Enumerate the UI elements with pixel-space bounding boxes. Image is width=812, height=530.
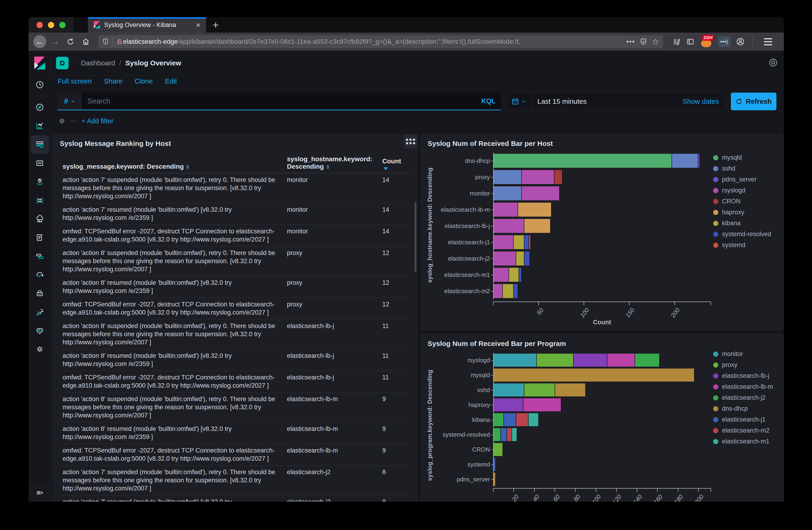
bar-segment-elasticsearch-lb-m[interactable]	[523, 398, 561, 411]
bar-segment-elasticsearch-j1[interactable]	[494, 458, 496, 471]
bar-segment-haproxy[interactable]	[518, 203, 552, 217]
share-link[interactable]: Share	[104, 77, 122, 85]
legend-item-CRON[interactable]: CRON	[713, 196, 780, 207]
library-icon[interactable]	[672, 37, 681, 46]
bar-segment-kibana[interactable]	[514, 235, 525, 249]
kibana-logo-cell[interactable]	[29, 51, 51, 75]
sidebar-item-management[interactable]	[29, 340, 51, 359]
column-header-hostname[interactable]: syslog_hostname.keyword: Descending	[287, 155, 373, 170]
bar-segment-sshd[interactable]	[672, 154, 698, 168]
sidebar-item-maps[interactable]	[29, 172, 51, 191]
sidebar-item-recently-viewed[interactable]	[29, 75, 51, 94]
minimize-window-button[interactable]	[48, 22, 54, 28]
sidebar-toggle-icon[interactable]	[686, 37, 695, 46]
sidebar-item-metrics[interactable]	[29, 210, 51, 228]
legend-item-kibana[interactable]: kibana	[713, 218, 780, 229]
legend-item-elasticsearch-lb-j[interactable]: elasticsearch-lb-j	[713, 370, 780, 381]
bar-segment-systemd-resolved[interactable]	[524, 252, 530, 266]
sidebar-item-apm[interactable]	[29, 247, 51, 266]
url-bar[interactable]: elasticsearch-edge/app/kibana#/dashboard…	[98, 35, 663, 48]
bar-segment-haproxy[interactable]	[524, 219, 551, 233]
column-header-message[interactable]: syslog_message.keyword: Descending	[62, 163, 278, 170]
bar-segment-elasticsearch-m2[interactable]	[516, 413, 528, 426]
bar-segment-elasticsearch-j1[interactable]	[501, 428, 507, 441]
clone-link[interactable]: Clone	[135, 77, 153, 85]
bar-segment-proxy[interactable]	[494, 443, 503, 456]
home-button[interactable]	[79, 35, 92, 48]
add-filter-link[interactable]: + Add filter	[82, 117, 114, 125]
time-range-value[interactable]: Last 15 minutes	[531, 93, 677, 110]
legend-item-elasticsearch-lb-m[interactable]: elasticsearch-lb-m	[713, 381, 780, 392]
bar-segment-rsyslogd[interactable]	[494, 203, 518, 217]
bar-segment-systemd[interactable]	[529, 235, 531, 249]
bar-segment-rsyslogd[interactable]	[494, 284, 503, 298]
legend-item-elasticsearch-m1[interactable]: elasticsearch-m1	[713, 436, 780, 447]
bar-segment-rsyslogd[interactable]	[522, 170, 554, 184]
back-button[interactable]: ←	[33, 35, 46, 48]
sidebar-item-visualize[interactable]	[29, 117, 51, 135]
column-header-count[interactable]: Count	[382, 158, 410, 170]
protections-shield-check-icon[interactable]	[640, 38, 647, 46]
legend-item-rsyslogd[interactable]: rsyslogd	[713, 185, 780, 196]
breadcrumb-dashboard[interactable]: Dashboard	[81, 59, 115, 67]
bar-segment-systemd-resolved[interactable]	[524, 235, 529, 249]
bar-segment-CRON[interactable]	[554, 170, 563, 184]
bar-segment-rsyslogd[interactable]	[494, 252, 516, 266]
sidebar-item-canvas[interactable]	[29, 154, 51, 172]
refresh-button[interactable]: Refresh	[731, 92, 777, 110]
bar-segment-mysqld[interactable]	[494, 154, 672, 168]
bar-segment-kibana[interactable]	[516, 252, 524, 266]
bar-segment-proxy[interactable]	[524, 384, 555, 397]
menu-icon[interactable]	[760, 38, 776, 45]
search-input[interactable]: Search	[82, 92, 476, 110]
close-tab-icon[interactable]: ×	[196, 21, 201, 29]
tab-syslog-overview[interactable]: Syslog Overview - Kibana ×	[88, 17, 206, 32]
bar-segment-rsyslogd[interactable]	[494, 235, 514, 249]
bar-segment-dns-dhcp[interactable]	[555, 384, 586, 397]
bar-segment-proxy[interactable]	[537, 354, 574, 367]
legend-item-systemd-resolved[interactable]: systemd-resolved	[713, 229, 780, 240]
table-scrollbar[interactable]	[415, 202, 417, 272]
bar-segment-dns-dhcp[interactable]	[494, 369, 695, 382]
legend-item-systemd[interactable]: systemd	[713, 240, 780, 250]
legend-item-pdns_server[interactable]: pdns_server	[713, 174, 780, 185]
tracking-shield-icon[interactable]	[102, 38, 109, 46]
filter-gear-icon[interactable]	[58, 117, 66, 125]
edit-link[interactable]: Edit	[165, 77, 177, 85]
legend-item-mysqld[interactable]: mysqld	[713, 152, 780, 163]
forward-button[interactable]: →	[48, 35, 62, 48]
sidebar-item-uptime[interactable]	[29, 266, 51, 284]
sidebar-item-discover[interactable]	[29, 98, 51, 117]
bar-segment-rsyslogd[interactable]	[494, 219, 524, 233]
bar-segment-elasticsearch-m1[interactable]	[528, 413, 539, 426]
legend-item-proxy[interactable]: proxy	[713, 359, 780, 370]
space-badge[interactable]: D	[56, 57, 69, 69]
bar-segment-kibana[interactable]	[509, 268, 519, 282]
bar-segment-systemd-resolved[interactable]	[519, 268, 522, 282]
bar-segment-dns-dhcp[interactable]	[494, 473, 496, 486]
bar-segment-elasticsearch-lb-j[interactable]	[494, 398, 523, 411]
legend-item-sshd[interactable]: sshd	[713, 163, 780, 174]
foxyproxy-ssh-extension-icon[interactable]: SSH	[700, 35, 712, 48]
legend-item-monitor[interactable]: monitor	[713, 348, 780, 359]
bar-segment-elasticsearch-j2[interactable]	[494, 413, 504, 426]
legend-item-dns-dhcp[interactable]: dns-dhcp	[713, 403, 780, 414]
account-icon[interactable]	[736, 37, 745, 46]
full-screen-link[interactable]: Full screen	[58, 77, 92, 85]
sidebar-item-machine-learning[interactable]	[29, 191, 51, 210]
sidebar-item-siem[interactable]	[29, 284, 51, 303]
bar-segment-elasticsearch-lb-j[interactable]	[574, 354, 607, 367]
date-quick-menu-button[interactable]	[506, 93, 531, 110]
bar-segment-elasticsearch-j2[interactable]	[494, 428, 501, 441]
legend-item-elasticsearch-m2[interactable]: elasticsearch-m2	[713, 425, 780, 436]
show-dates-link[interactable]: Show dates	[677, 93, 725, 110]
maximize-window-button[interactable]	[59, 22, 66, 28]
sidebar-item-dev-tools[interactable]	[29, 303, 51, 321]
sidebar-collapse-button[interactable]	[29, 484, 51, 502]
sidebar-item-dashboard[interactable]	[31, 135, 49, 154]
page-actions-icon[interactable]: •••	[626, 38, 635, 46]
legend-item-elasticsearch-j1[interactable]: elasticsearch-j1	[713, 414, 780, 425]
reload-button[interactable]	[64, 35, 77, 48]
bar-segment-elasticsearch-m1[interactable]	[512, 428, 517, 441]
url-text[interactable]: elasticsearch-edge/app/kibana#/dashboard…	[123, 38, 624, 45]
